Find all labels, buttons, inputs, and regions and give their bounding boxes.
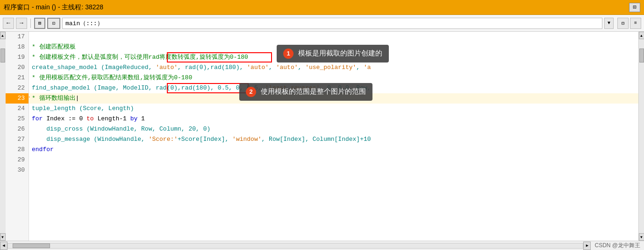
scroll-down-btn[interactable]: ▼: [0, 233, 6, 241]
bottom-scroll-thumb[interactable]: [13, 243, 50, 248]
code-line-20: create_shape_model (ImageReduced, 'auto'…: [29, 62, 638, 73]
scroll-thumb[interactable]: [0, 49, 5, 62]
line-num-19: 19: [6, 52, 29, 62]
current-line-arrow: [29, 93, 30, 101]
title-text: 程序窗口 - main () - 主线程: 38228: [4, 3, 628, 12]
right-scrollbar[interactable]: ▲ ▼: [638, 32, 644, 241]
code-line-30: [29, 165, 638, 175]
badge-2: 2: [246, 87, 256, 97]
function-dropdown[interactable]: main（:::）: [62, 18, 602, 29]
toolbar: ← → ⊞ ⊡ main（:::） ▼ ⊟ ≡: [0, 15, 644, 32]
line-num-27: 27: [6, 134, 29, 145]
scroll-up-btn[interactable]: ▲: [0, 32, 6, 39]
scroll-track: [0, 39, 6, 233]
copy-button[interactable]: ⊞: [34, 18, 45, 29]
line-num-26: 26: [6, 124, 29, 134]
line-num-30: 30: [6, 165, 29, 175]
toolbar-icon2[interactable]: ≡: [630, 18, 641, 29]
scroll-left-btn[interactable]: ◀: [0, 242, 7, 250]
title-bar: 程序窗口 - main () - 主线程: 38228 ⊡: [0, 0, 644, 15]
line-num-24: 24: [6, 104, 29, 114]
toolbar-icon1[interactable]: ⊟: [617, 18, 629, 29]
restore-button[interactable]: ⊡: [629, 3, 640, 12]
dropdown-arrow[interactable]: ▼: [604, 18, 614, 29]
code-line-17: [29, 32, 638, 42]
right-scroll-track: [639, 39, 644, 233]
code-line-27: disp_message (WindowHandle, 'Score:'+Sco…: [29, 134, 638, 145]
line-num-21: 21: [6, 73, 29, 83]
code-area[interactable]: * 创建匹配模板 * 创建模板文件，默认是弧度制，可以使用rad将度数转弧度,旋…: [29, 32, 638, 241]
bottom-scroll-track: [7, 243, 583, 249]
code-line-21: * 使用模板匹配文件,获取匹配结果数组,旋转弧度为0-180: [29, 73, 638, 83]
annotation-2: 2 使用模板的范围是整个图片的范围: [239, 83, 372, 101]
back-button[interactable]: ←: [3, 18, 14, 29]
code-line-29: [29, 155, 638, 165]
badge-1: 1: [283, 49, 293, 59]
forward-button[interactable]: →: [16, 18, 27, 29]
annotation-1: 1 模板是用截取的图片创建的: [277, 45, 389, 62]
scroll-right-btn[interactable]: ▶: [583, 242, 591, 250]
right-scroll-down[interactable]: ▼: [639, 233, 644, 241]
line-num-23: 23: [6, 93, 29, 104]
line-num-17: 17: [6, 32, 29, 42]
line-num-20: 20: [6, 62, 29, 73]
main-area: ▲ ▼ 17 18 19 20 21 22 23 24 25 26 27 28 …: [0, 32, 644, 241]
line-numbers: 17 18 19 20 21 22 23 24 25 26 27 28 29 3…: [6, 32, 29, 241]
csdn-label: CSDN @龙中舞王: [591, 242, 644, 250]
code-line-26: disp_cross (WindowHandle, Row, Column, 2…: [29, 124, 638, 134]
line-num-29: 29: [6, 155, 29, 165]
left-scrollbar[interactable]: ▲ ▼: [0, 32, 6, 241]
code-line-24: tuple_length (Score, Length): [29, 104, 638, 114]
right-scroll-thumb[interactable]: [639, 49, 644, 62]
bottom-scrollbar: ◀ ▶ CSDN @龙中舞王: [0, 241, 644, 250]
toolbar-right-buttons: ⊟ ≡: [617, 18, 641, 29]
line-num-25: 25: [6, 114, 29, 124]
code-line-25: for Index := 0 to Length-1 by 1: [29, 114, 638, 124]
line-num-22: 22: [6, 83, 29, 93]
line-num-18: 18: [6, 42, 29, 52]
toolbar-separator: [30, 19, 31, 28]
code-line-28: endfor: [29, 145, 638, 155]
red-box-2: [167, 83, 249, 93]
func-icon[interactable]: ⊡: [47, 18, 60, 29]
red-box-1: [167, 52, 272, 62]
line-num-28: 28: [6, 145, 29, 155]
right-scroll-up[interactable]: ▲: [639, 32, 644, 39]
